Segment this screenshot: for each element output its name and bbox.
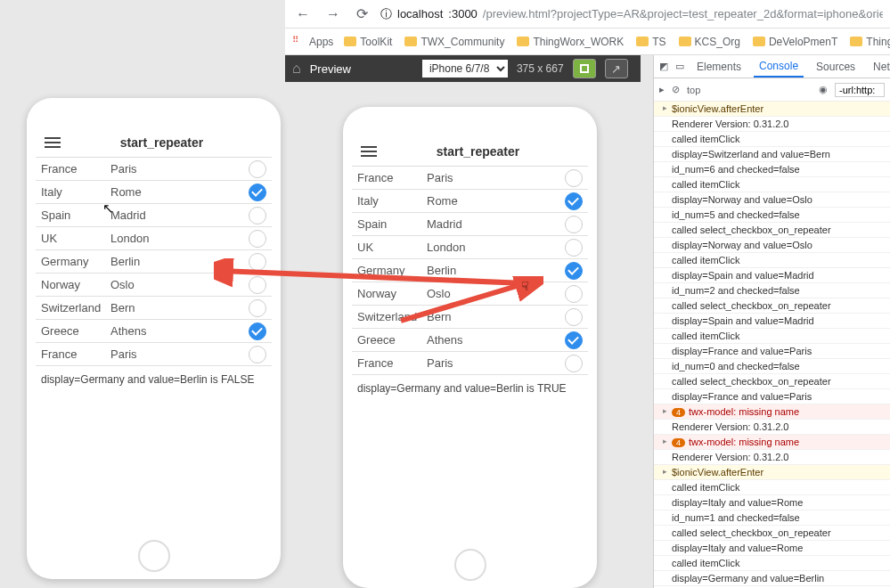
console-log-line[interactable]: id_num=1 and checked=false <box>654 510 890 526</box>
table-row[interactable]: GermanyBerlin <box>36 250 272 274</box>
bookmark-item[interactable]: ToolKit <box>344 36 392 48</box>
device-select[interactable]: iPhone 6/7/8 <box>422 60 508 78</box>
checkbox[interactable] <box>565 262 583 280</box>
tab-sources[interactable]: Sources <box>811 57 861 77</box>
checkbox[interactable] <box>565 239 583 257</box>
bookmark-item[interactable]: ThingWorxKE <box>850 36 890 48</box>
console-log-line[interactable]: called itemClick <box>654 177 890 192</box>
clear-console-icon[interactable]: ⊘ <box>672 84 680 95</box>
bookmark-item[interactable]: TS <box>636 36 665 48</box>
console-log-line[interactable]: 4twx-model: missing name <box>654 404 890 420</box>
bookmark-item[interactable]: TWX_Community <box>404 36 504 48</box>
console-log-line[interactable]: display=Spain and value=Madrid <box>654 314 890 329</box>
console-log-line[interactable]: display=Switzerland and value=Bern <box>654 147 890 162</box>
console-log-line[interactable]: display=Italy and value=Rome <box>654 541 890 556</box>
checkbox[interactable] <box>249 253 266 271</box>
console-output[interactable]: $ionicView.afterEnterRenderer Version: 0… <box>654 102 890 588</box>
table-row[interactable]: ItalyRome <box>352 190 588 213</box>
checkbox[interactable] <box>565 169 583 187</box>
checkbox[interactable] <box>249 299 266 317</box>
home-button[interactable] <box>454 549 486 581</box>
back-button[interactable]: ← <box>292 4 314 24</box>
bookmark-item[interactable]: ThingWorx_WORK <box>517 36 624 48</box>
console-log-line[interactable]: id_num=5 and checked=false <box>654 208 890 223</box>
console-log-line[interactable]: called select_checkbox_on_repeater <box>654 526 890 541</box>
table-row[interactable]: SpainMadrid <box>352 213 588 236</box>
checkbox[interactable] <box>565 308 583 326</box>
console-log-line[interactable]: id_num=6 and checked=false <box>654 162 890 177</box>
console-log-line[interactable]: display=Spain and value=Madrid <box>654 268 890 283</box>
open-external-button[interactable]: ↗ <box>605 59 628 78</box>
context-select[interactable]: top <box>687 85 700 95</box>
console-log-line[interactable]: Renderer Version: 0.31.2.0 <box>654 450 890 465</box>
reload-button[interactable]: ⟳ <box>353 4 372 24</box>
table-row[interactable]: SpainMadrid <box>36 204 272 227</box>
table-row[interactable]: FranceParis <box>36 343 272 366</box>
toggle-button-green[interactable] <box>573 59 596 78</box>
table-row[interactable]: ItalyRome <box>36 181 272 204</box>
table-row[interactable]: FranceParis <box>352 352 588 375</box>
checkbox[interactable] <box>249 346 266 363</box>
filter-input[interactable] <box>835 83 885 97</box>
table-row[interactable]: SwitzerlandBern <box>36 297 272 320</box>
apps-label[interactable]: Apps <box>309 36 333 48</box>
table-row[interactable]: UKLondon <box>36 227 272 250</box>
console-log-line[interactable]: display=Norway and value=Oslo <box>654 238 890 253</box>
console-log-line[interactable]: display=France and value=Paris <box>654 389 890 404</box>
checkbox[interactable] <box>249 207 266 225</box>
console-log-line[interactable]: Renderer Version: 0.31.2.0 <box>654 420 890 435</box>
checkbox[interactable] <box>249 276 266 294</box>
table-row[interactable]: GermanyBerlin <box>352 259 588 282</box>
console-log-line[interactable]: called itemClick <box>654 480 890 495</box>
address-bar[interactable]: ⓘ localhost:3000/preview.html?projectTyp… <box>380 6 883 22</box>
console-log-line[interactable]: display=France and value=Paris <box>654 344 890 359</box>
console-log-line[interactable]: called itemClick <box>654 132 890 147</box>
home-button[interactable] <box>138 540 170 572</box>
device-toggle-icon[interactable]: ▭ <box>675 61 684 72</box>
console-log-line[interactable]: display=Germany and value=Berlin <box>654 571 890 586</box>
eye-icon[interactable]: ◉ <box>819 84 828 95</box>
checkbox[interactable] <box>565 192 583 210</box>
checkbox[interactable] <box>565 355 583 372</box>
console-log-line[interactable]: called itemClick <box>654 556 890 571</box>
tab-console[interactable]: Console <box>754 56 804 78</box>
menu-icon[interactable] <box>45 137 61 148</box>
checkbox[interactable] <box>249 323 266 340</box>
checkbox[interactable] <box>249 184 266 201</box>
forward-button[interactable]: → <box>323 4 344 24</box>
tab-elements[interactable]: Elements <box>691 57 747 77</box>
checkbox[interactable] <box>565 216 583 233</box>
home-icon[interactable]: ⌂ <box>292 61 301 77</box>
console-log-line[interactable]: id_num=0 and checked=false <box>654 359 890 374</box>
table-row[interactable]: GreeceAthens <box>352 329 588 352</box>
console-log-line[interactable]: called select_checkbox_on_repeater <box>654 298 890 314</box>
console-log-line[interactable]: called select_checkbox_on_repeater <box>654 223 890 238</box>
checkbox[interactable] <box>249 160 266 178</box>
console-log-line[interactable]: 4twx-model: missing name <box>654 435 890 450</box>
table-row[interactable]: SwitzerlandBern <box>352 306 588 329</box>
inspect-icon[interactable]: ◩ <box>659 61 668 72</box>
console-log-line[interactable]: Renderer Version: 0.31.2.0 <box>654 117 890 132</box>
console-log-line[interactable]: called select_checkbox_on_repeater <box>654 374 890 389</box>
checkbox[interactable] <box>565 331 583 349</box>
table-row[interactable]: GreeceAthens <box>36 320 272 343</box>
console-log-line[interactable]: display=Norway and value=Oslo <box>654 192 890 208</box>
bookmark-item[interactable]: DeVeloPmenT <box>753 36 837 48</box>
apps-icon[interactable]: ⠿ <box>292 35 298 49</box>
table-row[interactable]: NorwayOslo <box>352 282 588 306</box>
table-row[interactable]: NorwayOslo <box>36 274 272 297</box>
table-row[interactable]: FranceParis <box>36 158 272 181</box>
console-log-line[interactable]: $ionicView.afterEnter <box>654 102 890 117</box>
menu-icon[interactable] <box>361 146 377 157</box>
sidebar-toggle-icon[interactable]: ▸ <box>659 84 665 95</box>
table-row[interactable]: UKLondon <box>352 236 588 259</box>
console-log-line[interactable]: called itemClick <box>654 253 890 268</box>
checkbox[interactable] <box>249 230 266 248</box>
tab-network[interactable]: Netw <box>868 57 890 77</box>
table-row[interactable]: FranceParis <box>352 167 588 190</box>
console-log-line[interactable]: id_num=2 and checked=false <box>654 283 890 298</box>
console-log-line[interactable]: $ionicView.afterEnter <box>654 465 890 480</box>
console-log-line[interactable]: called itemClick <box>654 329 890 344</box>
checkbox[interactable] <box>565 285 583 303</box>
bookmark-item[interactable]: KCS_Org <box>679 36 740 48</box>
